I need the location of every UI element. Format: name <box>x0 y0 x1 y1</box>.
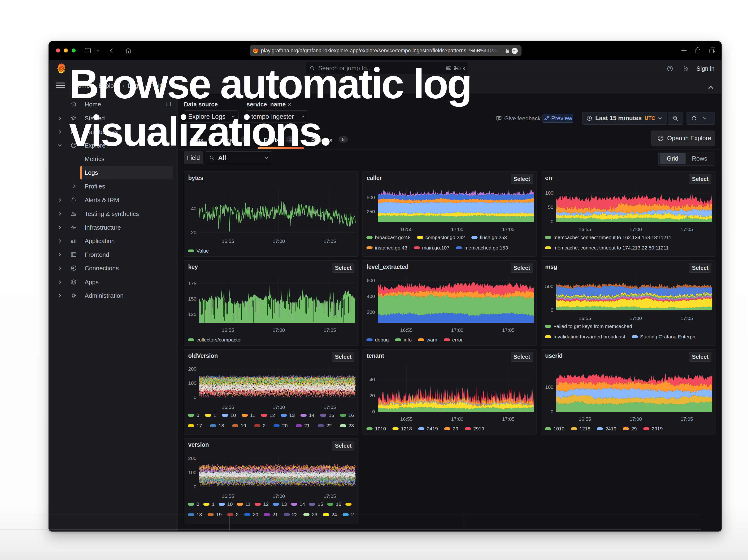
svg-text:k6: k6 <box>73 214 75 216</box>
